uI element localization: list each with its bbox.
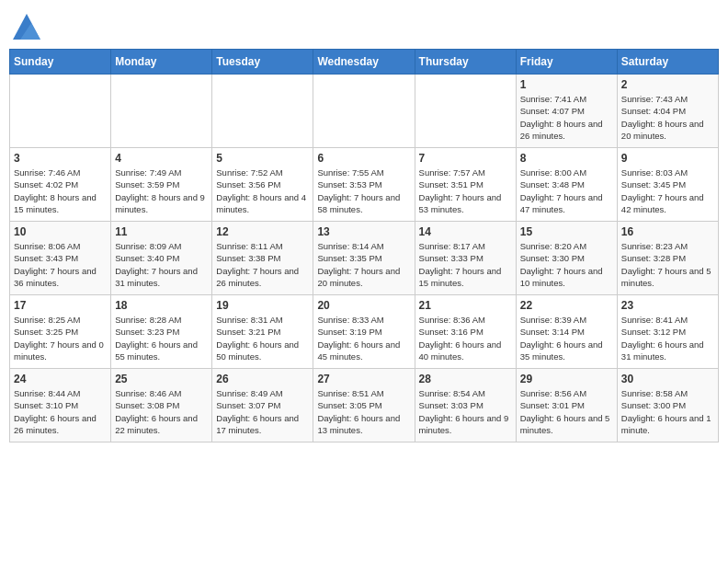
day-info: Sunrise: 8:31 AM Sunset: 3:21 PM Dayligh… bbox=[216, 314, 309, 362]
day-number: 19 bbox=[216, 299, 309, 312]
day-info: Sunrise: 7:46 AM Sunset: 4:02 PM Dayligh… bbox=[14, 167, 107, 215]
logo-icon bbox=[13, 14, 40, 40]
day-info: Sunrise: 7:55 AM Sunset: 3:53 PM Dayligh… bbox=[317, 167, 410, 215]
day-info: Sunrise: 8:49 AM Sunset: 3:07 PM Dayligh… bbox=[216, 387, 309, 436]
calendar-table: SundayMondayTuesdayWednesdayThursdayFrid… bbox=[9, 49, 719, 442]
day-cell: 30Sunrise: 8:58 AM Sunset: 3:00 PM Dayli… bbox=[617, 369, 718, 442]
day-cell: 15Sunrise: 8:20 AM Sunset: 3:30 PM Dayli… bbox=[516, 222, 617, 295]
day-number: 17 bbox=[14, 299, 107, 312]
day-cell: 9Sunrise: 8:03 AM Sunset: 3:45 PM Daylig… bbox=[617, 148, 718, 222]
day-number: 1 bbox=[520, 78, 613, 91]
day-info: Sunrise: 8:39 AM Sunset: 3:14 PM Dayligh… bbox=[520, 314, 613, 362]
day-cell: 12Sunrise: 8:11 AM Sunset: 3:38 PM Dayli… bbox=[212, 222, 313, 295]
day-number: 16 bbox=[621, 225, 714, 238]
day-cell bbox=[10, 75, 111, 148]
day-number: 30 bbox=[621, 373, 714, 385]
day-cell: 22Sunrise: 8:39 AM Sunset: 3:14 PM Dayli… bbox=[516, 295, 617, 369]
day-number: 10 bbox=[14, 225, 107, 238]
day-number: 12 bbox=[216, 225, 309, 238]
day-info: Sunrise: 8:25 AM Sunset: 3:25 PM Dayligh… bbox=[14, 314, 107, 362]
day-number: 3 bbox=[14, 152, 107, 165]
day-cell: 14Sunrise: 8:17 AM Sunset: 3:33 PM Dayli… bbox=[415, 222, 516, 295]
day-cell: 18Sunrise: 8:28 AM Sunset: 3:23 PM Dayli… bbox=[111, 295, 212, 369]
day-cell: 8Sunrise: 8:00 AM Sunset: 3:48 PM Daylig… bbox=[516, 148, 617, 222]
header-row: SundayMondayTuesdayWednesdayThursdayFrid… bbox=[10, 50, 719, 75]
day-cell: 11Sunrise: 8:09 AM Sunset: 3:40 PM Dayli… bbox=[111, 222, 212, 295]
day-info: Sunrise: 8:36 AM Sunset: 3:16 PM Dayligh… bbox=[419, 314, 512, 362]
day-number: 4 bbox=[115, 152, 208, 165]
day-info: Sunrise: 8:58 AM Sunset: 3:00 PM Dayligh… bbox=[621, 387, 714, 436]
week-row-4: 17Sunrise: 8:25 AM Sunset: 3:25 PM Dayli… bbox=[10, 295, 719, 369]
day-cell: 6Sunrise: 7:55 AM Sunset: 3:53 PM Daylig… bbox=[313, 148, 415, 222]
day-cell: 5Sunrise: 7:52 AM Sunset: 3:56 PM Daylig… bbox=[212, 148, 313, 222]
day-cell: 29Sunrise: 8:56 AM Sunset: 3:01 PM Dayli… bbox=[516, 369, 617, 442]
day-number: 9 bbox=[621, 152, 714, 165]
day-cell: 1Sunrise: 7:41 AM Sunset: 4:07 PM Daylig… bbox=[516, 75, 617, 148]
day-cell: 27Sunrise: 8:51 AM Sunset: 3:05 PM Dayli… bbox=[313, 369, 415, 442]
header-cell-thursday: Thursday bbox=[415, 50, 516, 75]
header-cell-saturday: Saturday bbox=[617, 50, 718, 75]
week-row-3: 10Sunrise: 8:06 AM Sunset: 3:43 PM Dayli… bbox=[10, 222, 719, 295]
day-number: 7 bbox=[419, 152, 512, 165]
day-cell: 28Sunrise: 8:54 AM Sunset: 3:03 PM Dayli… bbox=[415, 369, 516, 442]
header-cell-tuesday: Tuesday bbox=[212, 50, 313, 75]
day-info: Sunrise: 8:51 AM Sunset: 3:05 PM Dayligh… bbox=[317, 387, 410, 436]
header-cell-friday: Friday bbox=[516, 50, 617, 75]
day-info: Sunrise: 8:09 AM Sunset: 3:40 PM Dayligh… bbox=[115, 240, 208, 289]
day-cell: 25Sunrise: 8:46 AM Sunset: 3:08 PM Dayli… bbox=[111, 369, 212, 442]
week-row-2: 3Sunrise: 7:46 AM Sunset: 4:02 PM Daylig… bbox=[10, 148, 719, 222]
day-info: Sunrise: 8:03 AM Sunset: 3:45 PM Dayligh… bbox=[621, 167, 714, 215]
day-number: 24 bbox=[14, 373, 107, 385]
day-cell: 23Sunrise: 8:41 AM Sunset: 3:12 PM Dayli… bbox=[617, 295, 718, 369]
day-number: 20 bbox=[317, 299, 410, 312]
day-info: Sunrise: 7:49 AM Sunset: 3:59 PM Dayligh… bbox=[115, 167, 208, 215]
day-number: 15 bbox=[520, 225, 613, 238]
day-info: Sunrise: 8:23 AM Sunset: 3:28 PM Dayligh… bbox=[621, 240, 714, 289]
day-number: 18 bbox=[115, 299, 208, 312]
day-cell: 16Sunrise: 8:23 AM Sunset: 3:28 PM Dayli… bbox=[617, 222, 718, 295]
day-info: Sunrise: 8:17 AM Sunset: 3:33 PM Dayligh… bbox=[419, 240, 512, 289]
day-info: Sunrise: 8:46 AM Sunset: 3:08 PM Dayligh… bbox=[115, 387, 208, 436]
page-header bbox=[9, 9, 719, 40]
day-number: 2 bbox=[621, 78, 714, 91]
day-number: 23 bbox=[621, 299, 714, 312]
week-row-5: 24Sunrise: 8:44 AM Sunset: 3:10 PM Dayli… bbox=[10, 369, 719, 442]
day-number: 27 bbox=[317, 373, 410, 385]
day-number: 28 bbox=[419, 373, 512, 385]
calendar-body: 1Sunrise: 7:41 AM Sunset: 4:07 PM Daylig… bbox=[10, 75, 719, 442]
header-cell-wednesday: Wednesday bbox=[313, 50, 415, 75]
day-info: Sunrise: 7:57 AM Sunset: 3:51 PM Dayligh… bbox=[419, 167, 512, 215]
day-cell bbox=[313, 75, 415, 148]
day-cell: 26Sunrise: 8:49 AM Sunset: 3:07 PM Dayli… bbox=[212, 369, 313, 442]
day-number: 22 bbox=[520, 299, 613, 312]
day-info: Sunrise: 8:44 AM Sunset: 3:10 PM Dayligh… bbox=[14, 387, 107, 436]
day-info: Sunrise: 8:20 AM Sunset: 3:30 PM Dayligh… bbox=[520, 240, 613, 289]
day-number: 8 bbox=[520, 152, 613, 165]
day-cell bbox=[111, 75, 212, 148]
day-info: Sunrise: 8:14 AM Sunset: 3:35 PM Dayligh… bbox=[317, 240, 410, 289]
day-number: 6 bbox=[317, 152, 410, 165]
day-info: Sunrise: 8:56 AM Sunset: 3:01 PM Dayligh… bbox=[520, 387, 613, 436]
day-info: Sunrise: 8:28 AM Sunset: 3:23 PM Dayligh… bbox=[115, 314, 208, 362]
day-cell: 2Sunrise: 7:43 AM Sunset: 4:04 PM Daylig… bbox=[617, 75, 718, 148]
day-info: Sunrise: 7:43 AM Sunset: 4:04 PM Dayligh… bbox=[621, 93, 714, 142]
day-cell: 4Sunrise: 7:49 AM Sunset: 3:59 PM Daylig… bbox=[111, 148, 212, 222]
day-cell: 13Sunrise: 8:14 AM Sunset: 3:35 PM Dayli… bbox=[313, 222, 415, 295]
day-cell: 20Sunrise: 8:33 AM Sunset: 3:19 PM Dayli… bbox=[313, 295, 415, 369]
day-number: 5 bbox=[216, 152, 309, 165]
day-info: Sunrise: 8:41 AM Sunset: 3:12 PM Dayligh… bbox=[621, 314, 714, 362]
day-number: 21 bbox=[419, 299, 512, 312]
header-cell-sunday: Sunday bbox=[10, 50, 111, 75]
day-number: 14 bbox=[419, 225, 512, 238]
day-number: 25 bbox=[115, 373, 208, 385]
day-info: Sunrise: 8:54 AM Sunset: 3:03 PM Dayligh… bbox=[419, 387, 512, 436]
day-number: 13 bbox=[317, 225, 410, 238]
day-info: Sunrise: 7:41 AM Sunset: 4:07 PM Dayligh… bbox=[520, 93, 613, 142]
day-cell: 21Sunrise: 8:36 AM Sunset: 3:16 PM Dayli… bbox=[415, 295, 516, 369]
day-info: Sunrise: 8:33 AM Sunset: 3:19 PM Dayligh… bbox=[317, 314, 410, 362]
day-number: 11 bbox=[115, 225, 208, 238]
day-cell bbox=[212, 75, 313, 148]
day-cell: 24Sunrise: 8:44 AM Sunset: 3:10 PM Dayli… bbox=[10, 369, 111, 442]
logo bbox=[9, 14, 40, 40]
day-info: Sunrise: 7:52 AM Sunset: 3:56 PM Dayligh… bbox=[216, 167, 309, 215]
